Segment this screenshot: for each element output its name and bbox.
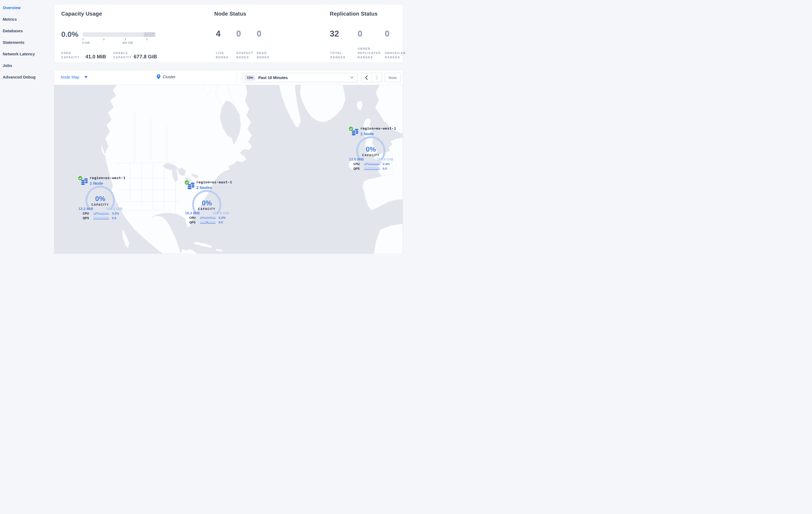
capacity-axis-label-400: 400 GiB [122, 41, 133, 44]
breadcrumb-cluster-label: Cluster [163, 75, 176, 79]
region-capacity-percent: 0% [181, 199, 232, 207]
suspect-nodes-label: SUSPECT NODES [236, 51, 254, 59]
unavailable-ranges-label: UNAVAILABLE RANGES [385, 51, 406, 59]
qps-value: 0.0 [112, 216, 116, 220]
cpu-sparkline [364, 163, 380, 166]
dead-nodes-count: 0 [257, 29, 261, 39]
time-range-label: Past 10 Minutes [258, 76, 350, 80]
live-nodes-label: LIVE NODES [216, 51, 229, 59]
toolbar-divider [237, 72, 237, 83]
usable-capacity-label: USABLE CAPACITY [113, 51, 132, 59]
qps-label: QPS [189, 221, 200, 224]
region-name: region=eu-west-1 [360, 126, 396, 130]
cuba-island [194, 242, 212, 248]
region-capacity-percent: 0% [345, 145, 396, 154]
region-usable-capacity: 169.4 GiB [106, 207, 122, 211]
region-usable-capacity: 338.9 GiB [212, 211, 229, 215]
iceland [356, 101, 362, 111]
sidebar-item-advanced-debug[interactable]: Advanced Debug [0, 71, 54, 83]
cluster-summary-panel: Capacity Usage 0.0% 0 GiB 400 GiB USED C… [54, 4, 403, 63]
region-name: region=us-west-1 [90, 176, 125, 180]
cpu-value: 3.2% [112, 212, 119, 215]
capacity-usage-title: Capacity Usage [61, 11, 102, 17]
capacity-axis-tick [104, 38, 104, 40]
greenland-east [300, 85, 346, 122]
chevron-left-icon [365, 75, 368, 80]
region-capacity-label: CAPACITY [181, 208, 232, 211]
view-mode-label: Node Map [61, 75, 79, 79]
next-time-button[interactable] [372, 73, 382, 82]
baja-peninsula [122, 229, 129, 248]
replication-status-title: Replication Status [330, 11, 378, 17]
region-capacity-percent: 0% [75, 195, 126, 203]
qps-label: QPS [83, 216, 93, 220]
under-replicated-ranges-label: UNDER- REPLICATED RANGES [358, 47, 381, 59]
region-marker-us-east-1[interactable]: region=us-east-1 2 Nodes 0% CAPACITY 16.… [181, 180, 232, 226]
suspect-nodes-count: 0 [236, 29, 241, 39]
sidebar-nav: Overview Metrics Databases Statements Ne… [0, 0, 54, 257]
capacity-axis-tick [147, 38, 147, 40]
total-ranges-label: TOTAL RANGES [330, 51, 346, 59]
now-button[interactable]: Now [384, 73, 401, 82]
sidebar-item-overview[interactable]: Overview [0, 2, 54, 13]
cpu-value: 5.2% [219, 216, 226, 219]
node-status-title: Node Status [214, 11, 246, 17]
region-marker-eu-west-1[interactable]: region=eu-west-1 1 Node 0% CAPACITY 12.5… [345, 126, 396, 173]
qps-sparkline [364, 167, 380, 170]
capacity-usage-bar: 0 GiB 400 GiB [83, 32, 155, 37]
region-usable-capacity: 169.4 GiB [376, 157, 393, 161]
chevron-right-icon [375, 75, 378, 80]
capacity-axis-label-0: 0 GiB [82, 41, 90, 44]
capacity-bar-dark-segment [144, 32, 155, 37]
north-africa [374, 224, 403, 254]
chevron-down-icon [350, 76, 354, 79]
qps-value: 0.0 [383, 167, 387, 170]
cpu-label: CPU [83, 212, 93, 215]
under-replicated-ranges-count: 0 [358, 29, 362, 39]
breadcrumb[interactable]: Cluster [156, 74, 176, 79]
sidebar-item-statements[interactable]: Statements [0, 36, 54, 48]
cpu-sparkline [200, 216, 215, 219]
node-map-panel: Node Map Cluster 10m Past 10 Minutes [54, 70, 403, 254]
region-used-capacity: 12.5 MiB [349, 157, 364, 161]
prev-time-button[interactable] [361, 73, 372, 82]
database-stack-icon [80, 178, 89, 186]
world-map[interactable]: region=us-west-1 1 Node 0% CAPACITY 12.2… [54, 85, 403, 254]
database-stack-icon [351, 128, 359, 136]
cpu-label: CPU [353, 162, 364, 166]
qps-label: QPS [353, 167, 364, 170]
region-capacity-label: CAPACITY [75, 203, 126, 206]
cpu-value: 2.4% [383, 162, 389, 166]
qps-sparkline [200, 221, 215, 224]
region-capacity-label: CAPACITY [345, 154, 396, 157]
capacity-used-percent: 0.0% [61, 30, 79, 39]
sidebar-item-jobs[interactable]: Jobs [0, 60, 54, 71]
view-mode-dropdown[interactable]: Node Map [61, 75, 88, 79]
capacity-axis-tick [125, 38, 126, 40]
sidebar-item-metrics[interactable]: Metrics [0, 13, 54, 25]
cpu-label: CPU [189, 216, 200, 219]
used-capacity-value: 41.0 MiB [85, 54, 106, 60]
total-ranges-count: 32 [330, 29, 339, 39]
region-name: region=us-east-1 [196, 180, 232, 184]
used-capacity-label: USED CAPACITY [61, 51, 80, 59]
cpu-sparkline [93, 212, 109, 215]
dead-nodes-label: DEAD NODES [257, 51, 269, 59]
sidebar-item-network-latency[interactable]: Network Latency [0, 48, 54, 60]
capacity-axis-tick [83, 38, 83, 40]
qps-value: 0.0 [219, 221, 223, 224]
chevron-down-icon [84, 76, 88, 78]
time-range-dropdown[interactable]: 10m Past 10 Minutes [243, 73, 357, 82]
unavailable-ranges-count: 0 [385, 29, 389, 39]
hispaniola-island [216, 249, 223, 252]
time-range-badge: 10m [245, 75, 255, 81]
region-marker-us-west-1[interactable]: region=us-west-1 1 Node 0% CAPACITY 12.2… [75, 175, 126, 222]
map-pin-icon [156, 74, 161, 79]
db-console-overview-page: { "colors": { "accent_blue": "#2f7cdf", … [0, 0, 406, 257]
greenland-west [279, 85, 301, 128]
database-stack-icon [187, 182, 196, 190]
vancouver-island [101, 145, 106, 157]
region-used-capacity: 16.3 MiB [185, 211, 200, 215]
region-used-capacity: 12.2 MiB [79, 207, 93, 211]
sidebar-item-databases[interactable]: Databases [0, 25, 54, 36]
